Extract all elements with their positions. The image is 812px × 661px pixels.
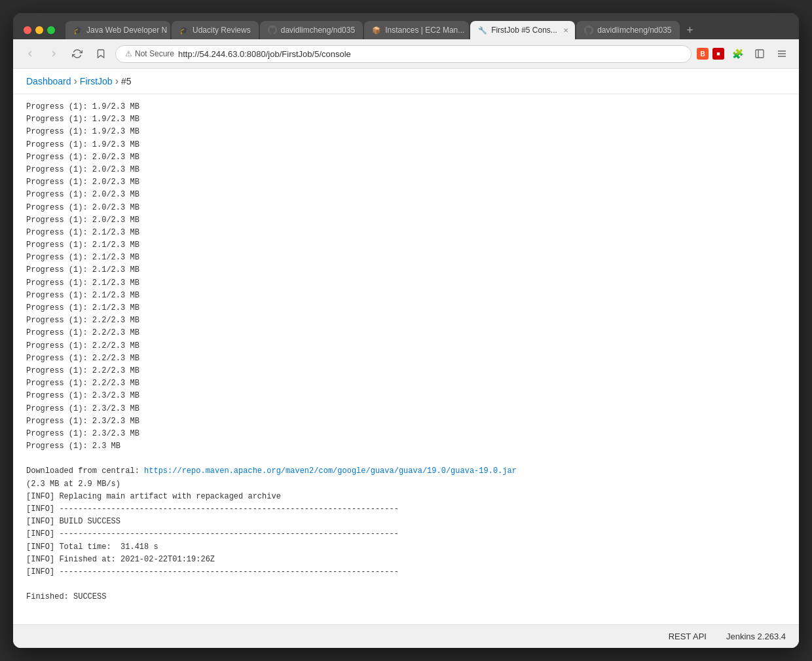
console-line: Progress (1): 2.0/2.3 MB bbox=[26, 214, 786, 227]
tab-udacity-reviews[interactable]: 🎓 Udacity Reviews bbox=[172, 21, 259, 39]
console-line: Progress (1): 2.1/2.3 MB bbox=[26, 264, 786, 276]
console-finished-line: Finished: SUCCESS bbox=[26, 591, 786, 603]
breadcrumb-sep-2: › bbox=[115, 75, 119, 87]
console-line: Progress (1): 2.1/2.3 MB bbox=[26, 227, 786, 239]
console-info-line: [INFO] ---------------------------------… bbox=[26, 528, 786, 540]
forward-button[interactable] bbox=[45, 45, 63, 63]
url-display: http://54.244.63.0:8080/job/FirstJob/5/c… bbox=[178, 49, 351, 59]
footer-bar: REST API Jenkins 2.263.4 bbox=[13, 624, 799, 648]
github-icon bbox=[268, 26, 277, 35]
console-info-line: [INFO] Replacing main artifact with repa… bbox=[26, 491, 786, 503]
console-line: Progress (1): 2.0/2.3 MB bbox=[26, 202, 786, 214]
menu-button[interactable] bbox=[773, 45, 791, 63]
console-line: Progress (1): 2.1/2.3 MB bbox=[26, 252, 786, 264]
tab-close-button[interactable]: ✕ bbox=[561, 26, 570, 35]
nav-bar: ⚠ Not Secure http://54.244.63.0:8080/job… bbox=[13, 39, 799, 69]
sidebar-button[interactable] bbox=[750, 45, 769, 63]
tab-label: FirstJob #5 Cons... bbox=[491, 26, 557, 35]
console-line: Progress (1): 1.9/2.3 MB bbox=[26, 126, 786, 138]
console-line: Progress (1): 2.0/2.3 MB bbox=[26, 189, 786, 201]
tab-label: Instances | EC2 Man... bbox=[385, 26, 464, 35]
not-secure-label: Not Secure bbox=[135, 49, 174, 58]
nav-right-controls: B ■ 🧩 bbox=[697, 45, 791, 63]
warning-icon: ⚠ bbox=[125, 49, 132, 58]
browser-window: 🎓 Java Web Developer N 🎓 Udacity Reviews… bbox=[13, 13, 799, 648]
console-line: Progress (1): 2.3/2.3 MB bbox=[26, 390, 786, 402]
svg-rect-0 bbox=[756, 50, 764, 58]
console-line: Progress (1): 2.2/2.3 MB bbox=[26, 365, 786, 377]
maven-jar-link[interactable]: https://repo.maven.apache.org/maven2/com… bbox=[144, 466, 517, 476]
console-line: Progress (1): 2.1/2.3 MB bbox=[26, 277, 786, 290]
minimize-button[interactable] bbox=[35, 26, 43, 34]
console-line: Progress (1): 2.1/2.3 MB bbox=[26, 290, 786, 302]
traffic-lights bbox=[24, 26, 55, 34]
console-line: Progress (1): 2.2/2.3 MB bbox=[26, 352, 786, 365]
console-info-line: [INFO] Finished at: 2021-02-22T01:19:26Z bbox=[26, 554, 786, 566]
rest-api-link[interactable]: REST API bbox=[669, 632, 707, 641]
breadcrumb-firstjob[interactable]: FirstJob bbox=[80, 76, 113, 86]
console-line: Progress (1): 2.0/2.3 MB bbox=[26, 176, 786, 189]
console-line: Progress (1): 2.1/2.3 MB bbox=[26, 302, 786, 314]
tab-icon: 🎓 bbox=[179, 26, 189, 35]
console-info-line: [INFO] ---------------------------------… bbox=[26, 566, 786, 578]
tabs-bar: 🎓 Java Web Developer N 🎓 Udacity Reviews… bbox=[65, 21, 788, 39]
github-icon bbox=[584, 26, 593, 35]
breadcrumb-sep-1: › bbox=[74, 75, 77, 87]
console-line: Progress (1): 2.3 MB bbox=[26, 440, 786, 453]
console-line: Progress (1): 2.2/2.3 MB bbox=[26, 314, 786, 327]
tab-label: Java Web Developer N bbox=[86, 26, 167, 35]
back-button[interactable] bbox=[21, 45, 39, 63]
tab-icon: 🎓 bbox=[73, 26, 83, 35]
jenkins-version-label: Jenkins 2.263.4 bbox=[726, 632, 786, 641]
console-line: Progress (1): 1.9/2.3 MB bbox=[26, 113, 786, 126]
breadcrumb: Dashboard › FirstJob › #5 bbox=[13, 69, 799, 94]
breadcrumb-build-number: #5 bbox=[121, 76, 132, 86]
jenkins-content: Dashboard › FirstJob › #5 Progress (1): … bbox=[13, 69, 799, 648]
tab-ec2[interactable]: 📦 Instances | EC2 Man... bbox=[364, 21, 469, 39]
tab-java-web-developer[interactable]: 🎓 Java Web Developer N bbox=[65, 21, 170, 39]
tab-github-1[interactable]: davidlimcheng/nd035 bbox=[260, 21, 363, 39]
console-output[interactable]: Progress (1): 1.9/2.3 MBProgress (1): 1.… bbox=[13, 94, 799, 624]
tab-jenkins-console[interactable]: 🔧 FirstJob #5 Cons... ✕ bbox=[470, 21, 575, 39]
close-button[interactable] bbox=[24, 26, 31, 34]
console-info-line: [INFO] Total time: 31.418 s bbox=[26, 541, 786, 554]
address-bar[interactable]: ⚠ Not Secure http://54.244.63.0:8080/job… bbox=[115, 45, 692, 63]
tab-icon: 📦 bbox=[372, 26, 381, 35]
console-line: Progress (1): 2.1/2.3 MB bbox=[26, 239, 786, 252]
tab-github-2[interactable]: davidlimcheng/nd035 bbox=[576, 21, 679, 39]
console-line: Progress (1): 2.0/2.3 MB bbox=[26, 151, 786, 164]
title-bar: 🎓 Java Web Developer N 🎓 Udacity Reviews… bbox=[13, 13, 799, 39]
console-info-line: [INFO] ---------------------------------… bbox=[26, 503, 786, 516]
extensions-button[interactable]: 🧩 bbox=[728, 45, 747, 63]
new-tab-button[interactable]: + bbox=[681, 21, 699, 39]
not-secure-indicator: ⚠ Not Secure bbox=[125, 49, 174, 58]
console-downloaded-line: Downloaded from central: https://repo.ma… bbox=[26, 465, 786, 478]
brave-shield-icon[interactable]: B bbox=[697, 48, 709, 60]
breadcrumb-dashboard[interactable]: Dashboard bbox=[26, 76, 71, 86]
console-line: Progress (1): 2.3/2.3 MB bbox=[26, 428, 786, 440]
url-text: http://54.244.63.0:8080/job/FirstJob/5/c… bbox=[178, 49, 351, 59]
tab-label: davidlimcheng/nd035 bbox=[281, 26, 355, 35]
extension-icon-red[interactable]: ■ bbox=[712, 48, 724, 60]
maximize-button[interactable] bbox=[47, 26, 55, 34]
console-line: Progress (1): 2.3/2.3 MB bbox=[26, 403, 786, 415]
console-line: Progress (1): 1.9/2.3 MB bbox=[26, 101, 786, 113]
reload-button[interactable] bbox=[68, 45, 86, 63]
console-line: Progress (1): 2.2/2.3 MB bbox=[26, 377, 786, 390]
bookmark-button[interactable] bbox=[92, 45, 110, 63]
console-line: Progress (1): 2.0/2.3 MB bbox=[26, 164, 786, 176]
console-line: Progress (1): 2.3/2.3 MB bbox=[26, 415, 786, 428]
tab-label: Udacity Reviews bbox=[193, 26, 251, 35]
tab-label: davidlimcheng/nd035 bbox=[597, 26, 671, 35]
console-info-line: [INFO] BUILD SUCCESS bbox=[26, 516, 786, 528]
console-size-line: (2.3 MB at 2.9 MB/s) bbox=[26, 478, 786, 491]
console-line: Progress (1): 2.2/2.3 MB bbox=[26, 340, 786, 352]
jenkins-icon: 🔧 bbox=[478, 26, 487, 35]
console-line: Progress (1): 2.2/2.3 MB bbox=[26, 327, 786, 339]
console-line: Progress (1): 1.9/2.3 MB bbox=[26, 139, 786, 151]
